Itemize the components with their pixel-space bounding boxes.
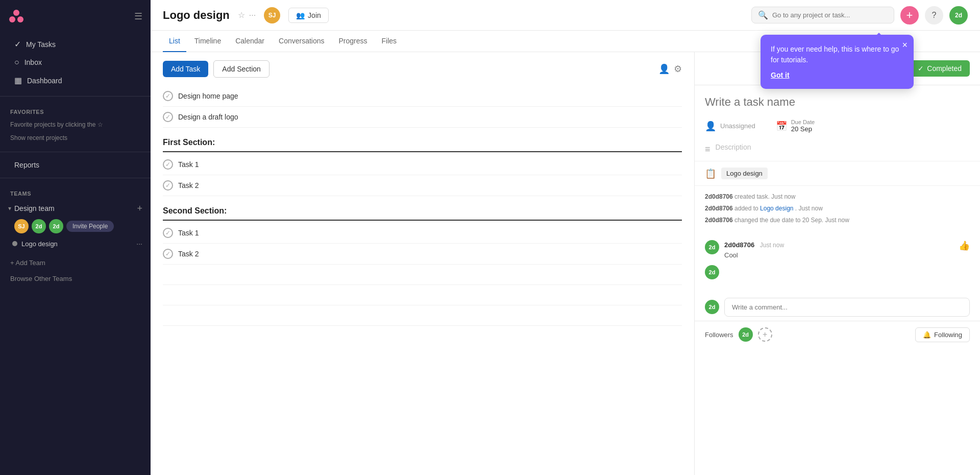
sidebar-header: ☰	[0, 0, 151, 33]
design-team-row[interactable]: ▾ Design team +	[0, 201, 151, 216]
add-follower-button[interactable]: +	[758, 327, 772, 342]
completed-label: Completed	[927, 64, 962, 73]
tab-timeline[interactable]: Timeline	[188, 31, 227, 52]
sidebar-menu-icon[interactable]: ☰	[134, 11, 142, 22]
task-name-design-home: Design home page	[178, 92, 238, 100]
current-user-avatar: 2d	[705, 300, 719, 314]
task-item[interactable]: ✓ Task 1	[163, 154, 682, 175]
task-item[interactable]: ✓ Task 2	[163, 175, 682, 196]
completed-button[interactable]: ✓ Completed	[910, 60, 970, 77]
task-check-design-logo[interactable]: ✓	[163, 112, 173, 122]
project-tag[interactable]: Logo design	[721, 168, 768, 179]
title-actions: ☆ ···	[238, 10, 256, 20]
more-options-icon[interactable]: ···	[249, 11, 256, 20]
activity-user-3: 2d0d8706	[705, 217, 733, 224]
comment-input[interactable]	[724, 298, 970, 317]
task-item[interactable]: ✓ Task 1	[163, 223, 682, 244]
user-avatar-top[interactable]: 2d	[949, 6, 968, 25]
tab-calendar[interactable]: Calendar	[229, 31, 271, 52]
like-icon[interactable]: 👍	[959, 240, 970, 251]
project-more-icon[interactable]: ···	[136, 240, 142, 248]
tab-list[interactable]: List	[163, 31, 186, 52]
description-placeholder[interactable]: Description	[716, 143, 751, 151]
second-commenter-row: 2d	[705, 265, 970, 283]
task-check-s1t2[interactable]: ✓	[163, 180, 173, 191]
task-item[interactable]: ✓ Design home page	[163, 86, 682, 107]
task-check-design-home[interactable]: ✓	[163, 91, 173, 101]
activity-text-3: changed the due date to 20 Sep.	[734, 217, 825, 224]
search-input[interactable]	[772, 11, 888, 19]
task-item-empty-1	[163, 265, 682, 285]
completed-check-icon: ✓	[918, 64, 924, 73]
task-name-s2t1: Task 1	[178, 229, 199, 237]
comment-text: Cool	[724, 251, 953, 259]
sort-icon[interactable]: ⚙	[674, 63, 682, 75]
add-task-button[interactable]: Add Task	[163, 61, 208, 77]
task-name-field[interactable]	[695, 85, 980, 115]
favorites-label: Favorites	[0, 101, 151, 117]
description-area: ≡ Description	[695, 137, 980, 161]
due-date-value: 20 Sep	[791, 125, 815, 133]
logo-design-project-row[interactable]: Logo design ···	[0, 236, 151, 251]
asana-logo-icon	[8, 8, 24, 25]
assignee-filter-icon[interactable]: 👤	[658, 63, 670, 75]
task-check-s2t2[interactable]: ✓	[163, 249, 173, 259]
task-name-s2t2: Task 2	[178, 250, 199, 258]
search-bar[interactable]: 🔍	[751, 7, 894, 23]
tooltip-close-button[interactable]: ×	[902, 40, 908, 51]
activity-text-1: created task.	[734, 193, 771, 200]
tab-progress[interactable]: Progress	[333, 31, 374, 52]
teams-section: Teams ▾ Design team + SJ 2d 2d Invite Pe…	[0, 182, 151, 255]
assignee-icon: 👤	[705, 121, 716, 132]
invite-people-button[interactable]: Invite People	[66, 221, 114, 232]
dashboard-label: Dashboard	[27, 77, 62, 85]
top-bar: Logo design ☆ ··· SJ 👥 Join 🔍 + ? 2d	[151, 0, 980, 31]
show-recent-projects[interactable]: Show recent projects	[0, 132, 151, 148]
sidebar-item-inbox[interactable]: ○ Inbox	[4, 54, 146, 71]
help-button[interactable]: ?	[925, 6, 943, 25]
task-panel: Add Task Add Section 👤 ⚙ ✓ Design home p…	[151, 52, 694, 475]
task-item[interactable]: ✓ Design a draft logo	[163, 107, 682, 128]
task-meta: 👤 Unassigned 📅 Due Date 20 Sep	[695, 115, 980, 137]
avatar-2d-2: 2d	[49, 219, 63, 233]
add-team-row[interactable]: + Add Team	[0, 255, 151, 271]
comment-author: 2d0d8706	[724, 241, 754, 249]
my-tasks-icon: ✓	[14, 39, 21, 49]
task-item-empty-3	[163, 305, 682, 326]
tab-conversations[interactable]: Conversations	[273, 31, 331, 52]
following-label: Following	[934, 331, 962, 339]
task-check-s1t1[interactable]: ✓	[163, 159, 173, 170]
sidebar-divider	[0, 96, 151, 97]
browse-other-teams[interactable]: Browse Other Teams	[0, 271, 151, 287]
task-item[interactable]: ✓ Task 2	[163, 244, 682, 265]
add-section-button[interactable]: Add Section	[213, 60, 270, 78]
tooltip-popup: × If you ever need help, this is where t…	[761, 35, 914, 89]
second-commenter-avatar: 2d	[705, 265, 719, 279]
assignee-meta[interactable]: 👤 Unassigned	[705, 121, 755, 132]
sidebar-item-reports[interactable]: Reports	[4, 157, 146, 173]
sidebar-item-my-tasks[interactable]: ✓ My Tasks	[4, 35, 146, 53]
star-icon[interactable]: ☆	[238, 10, 245, 20]
sidebar-item-dashboard[interactable]: ▦ Dashboard	[4, 72, 146, 89]
activity-link-logo-design[interactable]: Logo design	[760, 205, 793, 212]
add-button[interactable]: +	[900, 6, 919, 25]
activity-text-2: added to	[734, 205, 760, 212]
comment-row: 2d 2d0d8706 Just now Cool 👍	[705, 240, 970, 259]
task-check-s2t1[interactable]: ✓	[163, 228, 173, 238]
join-button[interactable]: 👥 Join	[288, 8, 329, 23]
activity-user-2: 2d0d8706	[705, 205, 733, 212]
description-icon: ≡	[705, 144, 710, 155]
team-name: Design team	[14, 204, 55, 212]
team-add-icon[interactable]: +	[137, 204, 142, 213]
tab-files[interactable]: Files	[376, 31, 403, 52]
sidebar-divider-3	[0, 178, 151, 178]
got-it-link[interactable]: Got it	[771, 71, 790, 79]
inbox-label: Inbox	[24, 58, 42, 66]
task-toolbar: Add Task Add Section 👤 ⚙	[163, 60, 682, 78]
due-date-meta[interactable]: 📅 Due Date 20 Sep	[776, 119, 815, 133]
activity-time-1: Just now	[771, 193, 795, 200]
project-title: Logo design	[163, 9, 230, 22]
svg-point-1	[9, 16, 15, 22]
activity-area: 2d0d8706 created task. Just now 2d0d8706…	[695, 186, 980, 234]
following-button[interactable]: 🔔 Following	[915, 327, 970, 342]
